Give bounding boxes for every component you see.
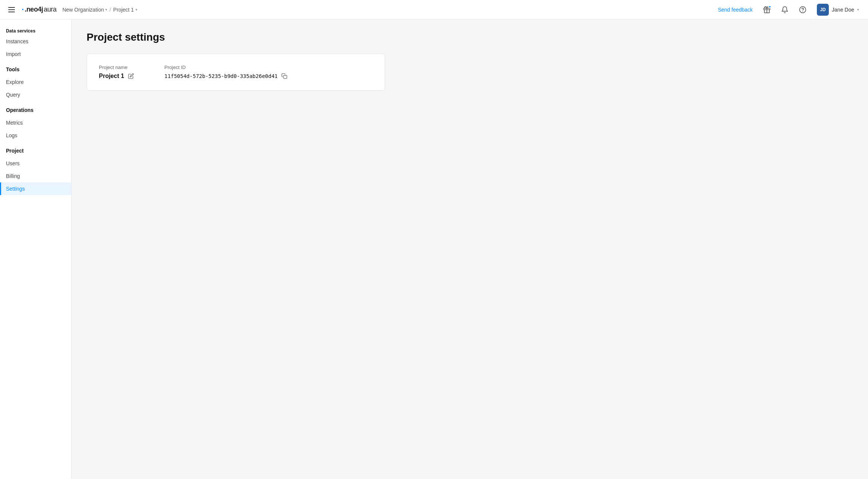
user-menu-button[interactable]: JD Jane Doe ▾ <box>814 2 862 17</box>
main-content: Project settings Project name Project 1 <box>72 19 868 479</box>
settings-row: Project name Project 1 Project ID <box>99 65 373 80</box>
project-name-value: Project 1 <box>99 73 124 79</box>
copy-project-id-button[interactable] <box>281 72 288 80</box>
topnav-left: · .neo4j aura New Organization ▾ / Proje… <box>6 5 715 15</box>
edit-project-name-button[interactable] <box>127 72 135 80</box>
breadcrumb-org-chevron-icon: ▾ <box>105 7 107 12</box>
sidebar-item-billing-label: Billing <box>6 173 20 179</box>
logo-neo4j-text: .neo4j <box>25 6 43 13</box>
avatar: JD <box>817 4 829 16</box>
logo-dot: · <box>22 5 24 15</box>
user-chevron-icon: ▾ <box>857 7 859 12</box>
user-name: Jane Doe <box>832 7 854 13</box>
sidebar-project-label: Project <box>6 148 24 154</box>
topnav-right: Send feedback JD <box>715 2 862 17</box>
logo: · .neo4j aura <box>22 5 56 15</box>
project-name-value-row: Project 1 <box>99 72 135 80</box>
sidebar-item-query-label: Query <box>6 92 20 98</box>
sidebar-item-query[interactable]: Query <box>0 88 71 101</box>
sidebar-item-settings-label: Settings <box>6 186 25 192</box>
notification-dot <box>768 5 771 8</box>
sidebar-item-users-label: Users <box>6 160 20 166</box>
sidebar-item-instances-label: Instances <box>6 38 28 44</box>
breadcrumb: New Organization ▾ / Project 1 ▾ <box>62 7 137 13</box>
main-layout: Data services Instances Import Tools Exp… <box>0 19 868 479</box>
sidebar-item-import[interactable]: Import <box>0 48 71 60</box>
sidebar-item-logs-label: Logs <box>6 132 17 138</box>
sidebar-item-settings[interactable]: Settings <box>0 182 71 195</box>
sidebar-operations-label: Operations <box>6 107 34 113</box>
copy-icon <box>281 73 287 79</box>
help-button[interactable] <box>796 3 809 16</box>
page-title: Project settings <box>87 31 853 43</box>
sidebar-item-metrics[interactable]: Metrics <box>0 116 71 129</box>
data-services-label: Data services <box>0 25 71 35</box>
sidebar-item-explore[interactable]: Explore <box>0 76 71 88</box>
help-icon <box>799 6 806 13</box>
breadcrumb-org-label: New Organization <box>62 7 104 13</box>
edit-icon <box>128 73 134 79</box>
sidebar-item-logs[interactable]: Logs <box>0 129 71 142</box>
sidebar-item-metrics-label: Metrics <box>6 120 23 126</box>
send-feedback-button[interactable]: Send feedback <box>715 5 756 14</box>
menu-button[interactable] <box>6 5 17 15</box>
svg-rect-4 <box>284 75 287 79</box>
breadcrumb-project-label: Project 1 <box>113 7 134 13</box>
project-id-label: Project ID <box>165 65 288 70</box>
bell-icon <box>781 6 789 13</box>
sidebar-item-billing[interactable]: Billing <box>0 170 71 182</box>
gift-icon-button[interactable] <box>760 3 774 16</box>
sidebar-item-explore-label: Explore <box>6 79 24 85</box>
sidebar-tools-label: Tools <box>6 66 19 72</box>
sidebar-section-project: Project <box>0 142 71 157</box>
sidebar-section-tools: Tools <box>0 60 71 76</box>
breadcrumb-separator: / <box>109 7 111 13</box>
logo-aura-text: aura <box>44 6 56 13</box>
notifications-button[interactable] <box>778 3 791 16</box>
breadcrumb-org[interactable]: New Organization ▾ <box>62 7 107 13</box>
sidebar-item-users[interactable]: Users <box>0 157 71 170</box>
sidebar-item-instances[interactable]: Instances <box>0 35 71 48</box>
sidebar: Data services Instances Import Tools Exp… <box>0 19 72 479</box>
breadcrumb-project-chevron-icon: ▾ <box>135 7 137 12</box>
sidebar-section-operations: Operations <box>0 101 71 116</box>
sidebar-item-import-label: Import <box>6 51 21 57</box>
top-navigation: · .neo4j aura New Organization ▾ / Proje… <box>0 0 868 19</box>
settings-card: Project name Project 1 Project ID <box>87 54 385 91</box>
project-name-field: Project name Project 1 <box>99 65 135 80</box>
project-id-value: 11f5054d-572b-5235-b9d0-335ab26e0d41 <box>165 73 278 79</box>
project-name-label: Project name <box>99 65 135 70</box>
project-id-field: Project ID 11f5054d-572b-5235-b9d0-335ab… <box>165 65 288 80</box>
breadcrumb-project[interactable]: Project 1 ▾ <box>113 7 137 13</box>
project-id-value-row: 11f5054d-572b-5235-b9d0-335ab26e0d41 <box>165 72 288 80</box>
